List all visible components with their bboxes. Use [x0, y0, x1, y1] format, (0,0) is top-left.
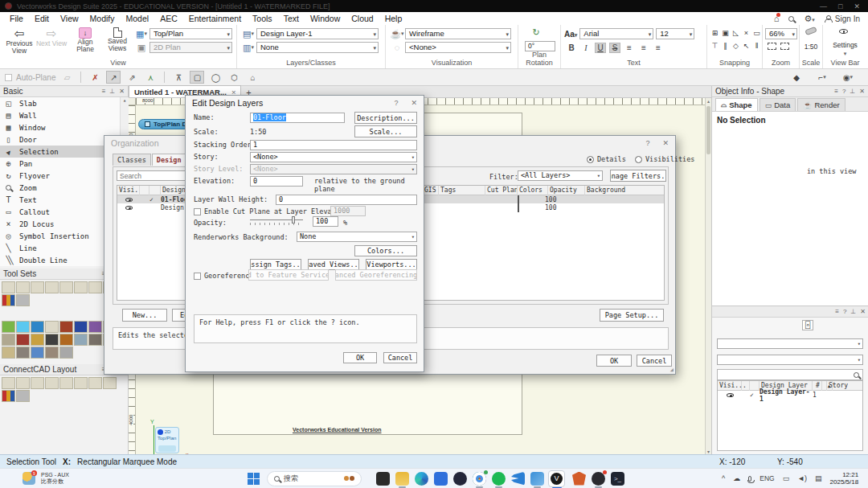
align-left-icon[interactable]: ≡: [624, 43, 635, 53]
details-radio[interactable]: Details: [587, 155, 626, 163]
tool-group-icon[interactable]: [2, 334, 15, 346]
fit-page-icon[interactable]: [780, 43, 789, 50]
active-class-dropdown[interactable]: None: [256, 42, 379, 53]
scrollbar-thumb[interactable]: [706, 106, 710, 154]
align-right-icon[interactable]: ≡: [653, 43, 664, 53]
clock[interactable]: 12:212025/5/18: [830, 471, 859, 486]
text-style-icon[interactable]: Aa▾: [564, 30, 577, 39]
dialog-close-icon[interactable]: ✕: [662, 139, 669, 147]
assign-tags-button[interactable]: Assign Tags...: [250, 259, 301, 270]
disable-interactive-icon[interactable]: ✗: [88, 71, 102, 84]
color-swatch[interactable]: [518, 203, 519, 212]
menu-entertainment[interactable]: Entertainment: [184, 13, 246, 24]
snap-object-icon[interactable]: ▣: [720, 28, 731, 38]
visibility-eye-icon[interactable]: [125, 198, 133, 202]
view-mode-icon[interactable]: ▦▾: [135, 28, 148, 39]
tab-shape[interactable]: ⌓Shape: [715, 98, 758, 111]
bold-button[interactable]: B: [566, 43, 577, 53]
sphere-app-icon[interactable]: [453, 472, 467, 486]
tool-group-icon[interactable]: [88, 321, 102, 333]
view-mode-dropdown[interactable]: Top/Plan: [149, 28, 232, 39]
scale-icon[interactable]: [805, 27, 817, 35]
connectcad-icon[interactable]: [103, 377, 117, 389]
view-compass-widget[interactable]: 2D Top/Plan: [155, 427, 179, 453]
plane-mode-icon[interactable]: ▱: [59, 71, 74, 84]
search-icon[interactable]: [788, 16, 794, 22]
snap-intersection-icon[interactable]: ×: [741, 28, 751, 38]
palette-help-icon[interactable]: ?: [842, 88, 845, 95]
snap-grid-icon[interactable]: ⊞: [710, 28, 720, 38]
palette-pin-icon[interactable]: ⊥: [109, 88, 115, 95]
tool-group-icon[interactable]: [88, 334, 102, 346]
tool-group-icon[interactable]: [45, 321, 59, 333]
nav-class-options-dropdown[interactable]: [717, 355, 863, 365]
visibility-eye-icon[interactable]: [727, 393, 734, 397]
tool-group-icon[interactable]: [59, 334, 73, 346]
manage-filters-button[interactable]: Manage Filters...: [610, 170, 666, 182]
menu-edit[interactable]: Edit: [30, 13, 54, 24]
drag-mode-icon[interactable]: ⊼: [171, 71, 186, 84]
new-button[interactable]: New...: [122, 309, 167, 322]
active-layer-dropdown[interactable]: Design Layer-1: [256, 28, 379, 39]
toolset-icon[interactable]: [31, 281, 44, 293]
menu-window[interactable]: Window: [305, 13, 345, 24]
menu-file[interactable]: File: [5, 13, 28, 24]
cancel-button[interactable]: Cancel: [383, 352, 417, 363]
auto-plane-checkbox[interactable]: [5, 74, 12, 81]
render-mode-dropdown[interactable]: Wireframe: [405, 28, 511, 39]
toolset-icon[interactable]: [74, 281, 88, 293]
rectangular-marquee-icon[interactable]: ▢: [190, 71, 204, 84]
touch-keyboard-icon[interactable]: ▭: [783, 474, 790, 482]
description-button[interactable]: Description...: [354, 112, 417, 124]
palette-menu-icon[interactable]: ≡: [834, 88, 838, 95]
snap-loupe-icon[interactable]: ⌐▾: [815, 71, 829, 84]
cursor-hints-icon[interactable]: ◆: [789, 71, 804, 84]
chrome-icon[interactable]: [473, 472, 486, 486]
language-indicator[interactable]: ENG: [760, 474, 774, 482]
axes-icon[interactable]: ⋏: [143, 71, 158, 84]
connectcad-icon[interactable]: [2, 390, 15, 402]
menu-text[interactable]: Text: [279, 13, 304, 24]
symbol-marquee-icon[interactable]: ⌂: [245, 71, 260, 84]
view-bar-settings-button[interactable]: Settings▾: [823, 41, 867, 57]
edit-dialog-titlebar[interactable]: Edit Design Layers ?✕: [186, 96, 424, 110]
tray-expand-chevron[interactable]: ^: [722, 474, 725, 482]
palette-menu-icon[interactable]: ≡: [102, 88, 106, 95]
tool-group-icon[interactable]: [16, 334, 30, 346]
home-icon[interactable]: ⌂: [774, 14, 780, 23]
palette-close-icon[interactable]: ✕: [860, 308, 866, 315]
georeferenced-checkbox[interactable]: [194, 273, 201, 280]
palette-pin-icon[interactable]: ⊥: [850, 308, 856, 315]
toolset-icon[interactable]: [2, 294, 15, 306]
connectcad-icon[interactable]: [16, 390, 30, 402]
view-settings-eye-icon[interactable]: [839, 29, 848, 34]
advanced-georeferencing-button[interactable]: Advanced Georeferencing...: [335, 269, 417, 281]
snap-surface-icon[interactable]: ◇: [731, 41, 741, 51]
printer-icon[interactable]: ▤: [815, 474, 822, 482]
tool-group-icon[interactable]: [59, 347, 73, 359]
camera-icon[interactable]: ⌻: [802, 320, 813, 330]
ok-button[interactable]: OK: [596, 355, 632, 367]
visibility-eye-icon[interactable]: [125, 206, 133, 210]
onedrive-cloud-icon[interactable]: ☁: [733, 474, 740, 482]
palette-pin-icon[interactable]: ⊥: [850, 88, 855, 95]
palette-help-icon[interactable]: ?: [843, 308, 846, 315]
plan-mode-icon[interactable]: ▣: [135, 42, 148, 53]
orange-app-icon[interactable]: [572, 472, 586, 486]
canvas-vertical-scrollbar[interactable]: ▴▾: [705, 98, 711, 454]
tool-window[interactable]: Window: [0, 121, 129, 133]
tool-group-icon[interactable]: [2, 321, 15, 333]
menu-model[interactable]: Model: [121, 13, 154, 24]
visibilities-radio[interactable]: Visibilities: [635, 155, 694, 163]
polygon-marquee-icon[interactable]: ⬡: [227, 71, 241, 84]
connectcad-icon[interactable]: [59, 377, 73, 389]
connectcad-icon[interactable]: [74, 377, 88, 389]
opacity-field[interactable]: 100: [313, 216, 338, 227]
italic-button[interactable]: I: [580, 43, 592, 53]
photos-icon[interactable]: [530, 472, 544, 486]
font-dropdown[interactable]: Arial: [579, 28, 653, 39]
snap-angle-icon[interactable]: ◺: [731, 28, 741, 38]
maximize-button[interactable]: □: [838, 2, 842, 10]
underline-button[interactable]: U: [595, 43, 606, 53]
connectcad-icon[interactable]: [16, 377, 30, 389]
